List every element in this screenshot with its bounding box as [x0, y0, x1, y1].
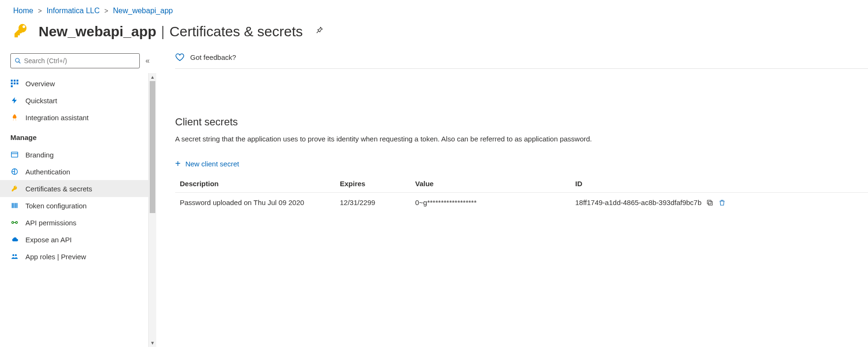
pin-icon[interactable] [312, 26, 323, 37]
col-description: Description [175, 175, 335, 193]
title-divider: | [159, 24, 167, 40]
page-title-app: New_webapi_app [39, 24, 156, 40]
copy-icon[interactable] [706, 199, 714, 206]
key-icon [10, 184, 19, 193]
sidebar-item-label: App roles | Preview [25, 253, 86, 261]
sidebar-item-label: API permissions [25, 219, 76, 227]
sidebar-item-authentication[interactable]: Authentication [0, 163, 156, 180]
col-id: ID [571, 175, 868, 193]
svg-point-17 [16, 222, 17, 223]
sidebar-item-api-permissions[interactable]: API permissions [0, 214, 156, 231]
sidebar-item-label: Authentication [25, 168, 70, 176]
table-header-row: Description Expires Value ID [175, 175, 868, 193]
token-icon [10, 201, 19, 210]
breadcrumb: Home > Informatica LLC > New_webapi_app [0, 0, 868, 20]
sidebar: « Overview Quickstart Integration assist… [0, 49, 156, 347]
browser-icon [10, 150, 19, 159]
svg-rect-8 [11, 85, 13, 87]
svg-rect-21 [709, 201, 713, 205]
page-title: New_webapi_app | Certificates & secrets [39, 24, 303, 40]
svg-rect-13 [13, 203, 14, 208]
breadcrumb-home[interactable]: Home [13, 7, 33, 15]
scroll-up-arrow-icon[interactable]: ▲ [149, 73, 156, 81]
svg-rect-3 [14, 80, 16, 82]
delete-icon[interactable] [718, 199, 726, 206]
grid-icon [10, 79, 19, 88]
divider [175, 68, 868, 69]
sidebar-item-label: Certificates & secrets [25, 185, 92, 193]
svg-point-0 [16, 58, 19, 62]
sidebar-scrollbar[interactable]: ▲ ▼ [148, 73, 156, 347]
new-client-secret-label: New client secret [185, 160, 239, 168]
svg-point-16 [12, 222, 14, 223]
sidebar-item-label: Integration assistant [25, 114, 88, 122]
secrets-table: Description Expires Value ID Password up… [175, 175, 868, 212]
svg-rect-9 [11, 152, 17, 157]
svg-rect-22 [707, 200, 711, 204]
sidebar-item-app-roles[interactable]: App roles | Preview [0, 248, 156, 265]
main-content: Got feedback? Client secrets A secret st… [156, 49, 868, 347]
sidebar-item-overview[interactable]: Overview [0, 75, 156, 92]
people-icon [10, 252, 19, 261]
sidebar-item-quickstart[interactable]: Quickstart [0, 92, 156, 109]
svg-rect-7 [16, 82, 18, 84]
sidebar-item-label: Token configuration [25, 202, 87, 210]
svg-point-19 [12, 254, 14, 256]
scroll-down-arrow-icon[interactable]: ▼ [149, 339, 156, 347]
heart-icon [175, 52, 185, 62]
key-icon [13, 23, 29, 40]
svg-rect-15 [16, 203, 17, 208]
search-field[interactable] [24, 57, 136, 65]
cell-id-value: 18ff1749-a1dd-4865-ac8b-393dfaf9bc7b [575, 198, 701, 206]
page-header: New_webapi_app | Certificates & secrets [0, 20, 868, 49]
new-client-secret-button[interactable]: + New client secret [175, 156, 868, 171]
sidebar-item-branding[interactable]: Branding [0, 146, 156, 163]
svg-point-20 [15, 254, 17, 256]
search-input[interactable] [10, 53, 140, 68]
rocket-icon [10, 113, 19, 122]
svg-rect-5 [11, 82, 13, 84]
sidebar-item-label: Branding [25, 151, 54, 159]
section-description: A secret string that the application use… [175, 135, 868, 143]
sidebar-item-label: Overview [25, 80, 55, 88]
sidebar-item-label: Quickstart [25, 97, 57, 105]
search-icon [15, 58, 21, 64]
chevron-right-icon: > [104, 7, 108, 15]
svg-rect-4 [16, 80, 18, 82]
cloud-icon [10, 235, 19, 244]
sidebar-item-label: Expose an API [25, 236, 72, 244]
svg-rect-6 [14, 82, 16, 84]
api-icon [10, 218, 19, 227]
svg-rect-2 [11, 80, 13, 82]
sidebar-item-token[interactable]: Token configuration [0, 197, 156, 214]
lightning-icon [10, 96, 19, 105]
breadcrumb-org[interactable]: Informatica LLC [47, 7, 100, 15]
sidebar-group-manage: Manage [0, 126, 156, 146]
svg-line-1 [19, 62, 21, 64]
col-expires: Expires [335, 175, 410, 193]
section-title: Client secrets [175, 116, 868, 128]
collapse-sidebar-button[interactable]: « [145, 57, 150, 65]
cell-expires: 12/31/2299 [335, 193, 410, 213]
breadcrumb-app[interactable]: New_webapi_app [113, 7, 173, 15]
svg-rect-14 [15, 203, 16, 208]
sidebar-item-integration[interactable]: Integration assistant [0, 109, 156, 126]
sidebar-item-expose-api[interactable]: Expose an API [0, 231, 156, 248]
cell-value: 0~g****************** [410, 193, 571, 213]
sidebar-item-certificates[interactable]: Certificates & secrets [0, 180, 156, 197]
cell-id: 18ff1749-a1dd-4865-ac8b-393dfaf9bc7b [571, 193, 868, 213]
plus-icon: + [175, 159, 181, 168]
page-title-section: Certificates & secrets [169, 24, 303, 40]
auth-icon [10, 167, 19, 176]
table-row: Password uploaded on Thu Jul 09 2020 12/… [175, 193, 868, 213]
col-value: Value [410, 175, 571, 193]
feedback-button[interactable]: Got feedback? [175, 52, 868, 68]
scroll-thumb[interactable] [150, 81, 155, 213]
feedback-label: Got feedback? [190, 53, 236, 61]
chevron-right-icon: > [38, 7, 42, 15]
cell-description: Password uploaded on Thu Jul 09 2020 [175, 193, 335, 213]
svg-rect-12 [12, 203, 13, 208]
